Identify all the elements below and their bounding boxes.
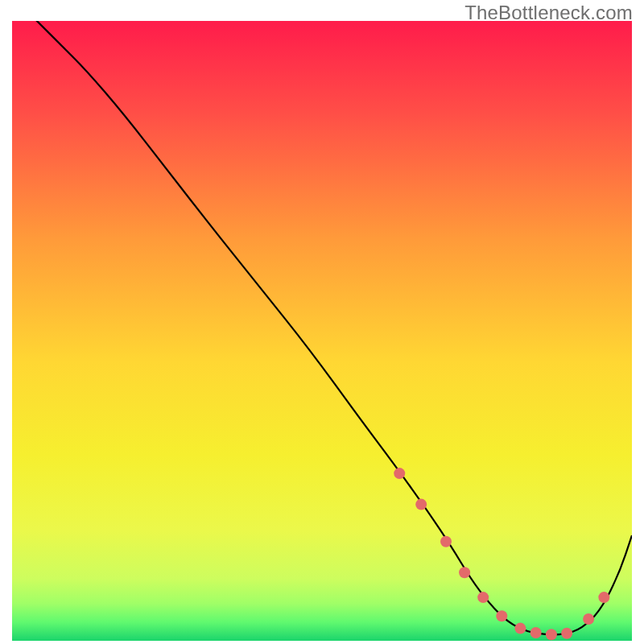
gradient-background xyxy=(12,21,632,641)
data-marker xyxy=(415,499,427,510)
data-marker xyxy=(496,610,507,621)
data-marker xyxy=(561,628,572,639)
data-marker xyxy=(394,468,405,479)
data-marker xyxy=(459,567,470,578)
data-marker xyxy=(440,536,452,547)
data-marker xyxy=(477,592,489,603)
chart-svg xyxy=(12,21,632,641)
data-marker xyxy=(514,623,526,634)
chart-container: TheBottleneck.com xyxy=(0,0,644,644)
data-marker xyxy=(546,629,557,640)
data-marker xyxy=(530,627,542,638)
data-marker xyxy=(583,613,594,625)
data-marker xyxy=(598,592,609,603)
